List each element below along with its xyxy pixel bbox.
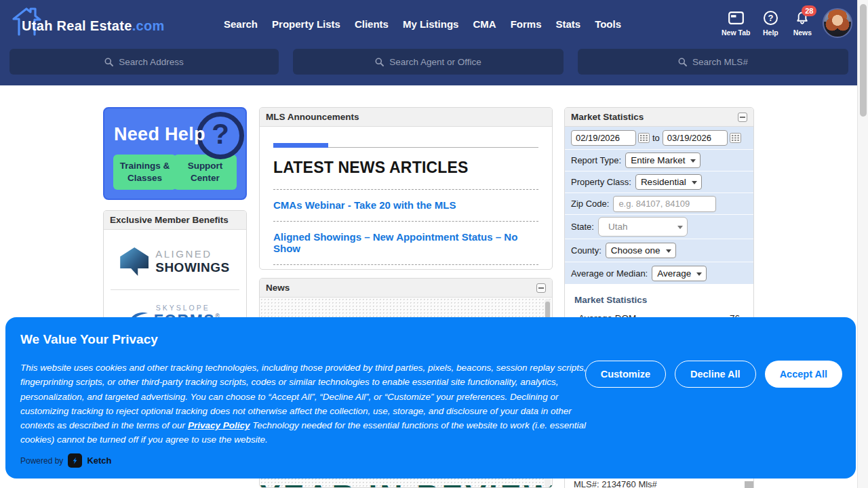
- collapse-icon[interactable]: [738, 113, 747, 122]
- latest-news-heading: LATEST NEWS ARTICLES: [273, 159, 538, 177]
- county-value: Choose one: [611, 245, 660, 256]
- zip-code-placeholder: e.g. 84107, 84109: [618, 199, 690, 209]
- question-mark-glyph: ?: [212, 118, 229, 150]
- new-tab-label: New Tab: [722, 28, 750, 37]
- calendar-icon[interactable]: [638, 133, 650, 143]
- benefits-title: Exclusive Member Benefits: [110, 215, 229, 225]
- report-type-label: Report Type:: [571, 155, 621, 165]
- partial-mls-number-text: MLS#: 2134760 Mls#: [574, 479, 657, 488]
- agent-search-input[interactable]: Search Agent or Office: [293, 49, 564, 75]
- accept-all-button[interactable]: Accept All: [765, 361, 842, 388]
- report-type-value: Entire Market: [631, 155, 685, 165]
- privacy-policy-link[interactable]: Privacy Policy: [188, 420, 250, 430]
- property-class-select[interactable]: Residential: [635, 174, 702, 190]
- date-to-input[interactable]: 03/19/2026: [663, 130, 728, 146]
- nav-tools[interactable]: Tools: [595, 18, 621, 30]
- trainings-classes-button[interactable]: Trainings & Classes: [113, 155, 176, 190]
- average-or-median-select[interactable]: Average: [652, 266, 707, 281]
- mls-search-input[interactable]: Search MLS#: [578, 49, 848, 75]
- chevron-down-icon: [692, 181, 697, 184]
- carousel-progress-fill: [273, 143, 328, 148]
- property-class-label: Property Class:: [571, 177, 631, 187]
- nav-property-lists[interactable]: Property Lists: [272, 18, 340, 30]
- support-center-button[interactable]: Support Center: [174, 155, 237, 190]
- logo-main: Utah Real Estate: [22, 18, 132, 33]
- chevron-down-icon: [677, 226, 683, 229]
- state-select[interactable]: Utah: [598, 217, 688, 237]
- nav-search[interactable]: Search: [224, 18, 258, 30]
- benefits-divider: [111, 289, 239, 290]
- date-range-to-label: to: [652, 133, 660, 143]
- market-stats-form: 02/19/2026 to 03/19/2026 Report Type: En…: [565, 127, 753, 284]
- help-icon: ?: [764, 9, 778, 26]
- news-label: News: [793, 28, 812, 37]
- carousel-progress: [273, 143, 538, 148]
- date-from-input[interactable]: 02/19/2026: [571, 130, 636, 146]
- site-logo[interactable]: Utah Real Estate.com: [9, 5, 165, 37]
- collapse-icon[interactable]: [536, 283, 546, 293]
- address-search-input[interactable]: Search Address: [9, 49, 279, 75]
- average-or-median-label: Average or Median:: [571, 268, 648, 279]
- help-label: Help: [763, 28, 778, 37]
- state-value: Utah: [608, 222, 628, 232]
- calendar-icon[interactable]: [730, 133, 741, 143]
- county-select[interactable]: Choose one: [606, 243, 676, 258]
- aligned-showings-logo[interactable]: ALIGNED SHOWINGS: [104, 247, 246, 276]
- logo-text: Utah Real Estate.com: [22, 18, 165, 34]
- cookie-consent-banner: We Value Your Privacy This website uses …: [5, 317, 856, 479]
- news-header: News: [260, 279, 552, 298]
- chevron-down-icon: [690, 159, 696, 163]
- decline-all-button[interactable]: Decline All: [675, 361, 756, 388]
- nav-stats[interactable]: Stats: [555, 18, 580, 30]
- nav-forms[interactable]: Forms: [511, 18, 542, 30]
- market-stats-header: Market Statistics: [565, 108, 753, 127]
- powered-by-label: Powered by: [20, 456, 63, 466]
- privacy-banner-title: We Value Your Privacy: [20, 332, 158, 347]
- news-count-badge: 28: [802, 5, 816, 16]
- dashed-divider: [273, 264, 538, 265]
- help-question-glyph: ?: [768, 13, 773, 23]
- market-stats-title: Market Statistics: [571, 112, 644, 122]
- search-icon: [104, 58, 113, 66]
- zip-code-label: Zip Code:: [571, 199, 609, 209]
- mls-search-placeholder: Search MLS#: [692, 57, 748, 67]
- zip-code-input[interactable]: e.g. 84107, 84109: [613, 196, 716, 212]
- article-link-aligned-showings[interactable]: Aligned Showings – New Appointment Statu…: [273, 231, 538, 254]
- mls-announcements-panel: MLS Announcements LATEST NEWS ARTICLES C…: [259, 107, 553, 270]
- news-button[interactable]: 28 News: [791, 9, 814, 37]
- dashed-divider: [273, 221, 538, 222]
- report-type-select[interactable]: Entire Market: [625, 152, 701, 168]
- page-scrollbar: [857, 0, 868, 488]
- nav-clients[interactable]: Clients: [355, 18, 389, 30]
- news-cutoff-heading: YEAR IN REVIEW: [260, 478, 545, 488]
- help-button[interactable]: ? Help: [759, 9, 782, 37]
- results-title: Market Statistics: [574, 295, 745, 305]
- page-scrollbar-thumb[interactable]: [860, 4, 867, 117]
- user-avatar[interactable]: [823, 8, 852, 38]
- search-icon: [375, 58, 384, 66]
- nav-my-listings[interactable]: My Listings: [403, 18, 459, 30]
- aligned-showings-icon: [120, 247, 149, 276]
- customize-button[interactable]: Customize: [585, 361, 666, 388]
- privacy-banner-text: This website uses cookies and other trac…: [20, 361, 598, 447]
- cookie-banner-buttons: Customize Decline All Accept All: [585, 361, 842, 388]
- powered-by-ketch[interactable]: Powered by Ketch: [20, 453, 112, 468]
- partial-scrollbar-fragment: [745, 481, 753, 488]
- announcements-header: MLS Announcements: [260, 108, 552, 127]
- new-tab-icon: [728, 9, 744, 26]
- news-title: News: [266, 283, 290, 293]
- state-label: State:: [571, 222, 594, 232]
- search-icon: [678, 58, 687, 66]
- county-label: County:: [571, 245, 601, 256]
- new-tab-button[interactable]: New Tab: [722, 9, 750, 37]
- bell-icon: 28: [795, 9, 809, 26]
- ketch-brand-label: Ketch: [87, 455, 111, 466]
- address-search-placeholder: Search Address: [119, 57, 183, 67]
- nav-cma[interactable]: CMA: [473, 18, 496, 30]
- aligned-logo-line1: ALIGNED: [155, 248, 230, 260]
- logo-suffix: .com: [132, 18, 165, 33]
- need-help-title: Need Help: [114, 124, 205, 145]
- top-navigation-bar: Utah Real Estate.com Search Property Lis…: [0, 0, 857, 85]
- dashed-divider: [273, 189, 538, 190]
- article-link-cmas-webinar[interactable]: CMAs Webinar - Take 20 with the MLS: [273, 199, 538, 211]
